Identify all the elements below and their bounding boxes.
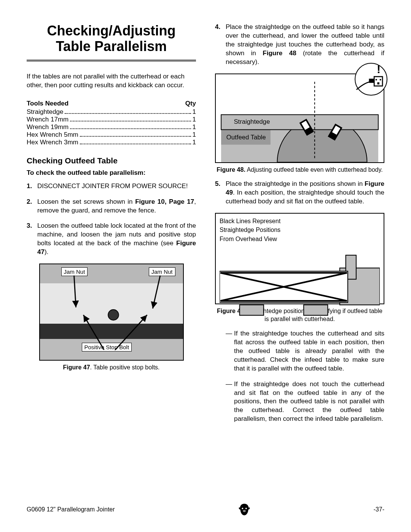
svg-point-16: [380, 79, 381, 80]
dash-item-1: — If the straightedge touches the cutter…: [226, 329, 384, 373]
title-rule: [27, 60, 196, 62]
tools-needed-list: Tools Needed Qty Straightedge1 Wrench 17…: [27, 100, 196, 146]
figure-48: Straightedge Outfeed Table !: [215, 73, 384, 163]
dash-item-2: — If the straightedge does not touch the…: [226, 380, 384, 424]
page-footer: G0609 12" Parallelogram Jointer -37-: [27, 502, 384, 517]
svg-point-29: [245, 508, 247, 509]
dash-list: — If the straightedge touches the cutter…: [226, 329, 384, 423]
svg-line-1: [153, 276, 160, 309]
page-title: Checking/AdjustingTable Parallelism: [27, 23, 196, 54]
tool-row: Hex Wrench 3mm1: [27, 139, 196, 146]
step-3: 3. Loosen the outfeed table lock located…: [27, 222, 196, 257]
figure-49-note-1: Black Lines Represent: [220, 217, 380, 225]
footer-right: -37-: [374, 506, 384, 513]
figure-47: Jam Nut Jam Nut Positive Stop Bolt: [39, 264, 184, 361]
step-2: 2. Loosen the set screws shown in Figure…: [27, 198, 196, 215]
tool-row: Straightedge1: [27, 108, 196, 116]
figure-49-diagram: [220, 244, 380, 326]
svg-rect-27: [304, 305, 328, 315]
step-1: 1. DISCONNECT JOINTER FROM POWER SOURCE!: [27, 182, 196, 191]
svg-rect-14: [374, 77, 382, 86]
svg-rect-17: [377, 82, 379, 84]
svg-rect-18: [369, 78, 374, 83]
figure-49-note-3: From Overhead View: [220, 235, 380, 243]
intro-paragraph: If the tables are not parallel with the …: [27, 72, 196, 90]
section-subhead: To check the outfeed table parallelism:: [27, 169, 196, 177]
step-4: 4. Place the straightedge on the outfeed…: [215, 23, 384, 67]
svg-rect-26: [240, 305, 264, 315]
brand-logo-icon: [237, 502, 252, 517]
footer-left: G0609 12" Parallelogram Jointer: [27, 506, 115, 513]
figure-49: Black Lines Represent Straightedge Posit…: [215, 213, 384, 304]
figure-48-caption: Figure 48. Adjusting outfeed table even …: [215, 166, 384, 174]
figure-47-caption: Figure 47. Table positive stop bolts.: [27, 364, 196, 372]
tools-header-name: Tools Needed: [27, 100, 68, 107]
tool-row: Hex Wrench 5mm1: [27, 131, 196, 139]
svg-point-30: [243, 510, 246, 512]
step-5: 5. Place the straightedge in the positio…: [215, 180, 384, 206]
svg-line-3: [115, 315, 147, 350]
svg-point-15: [376, 79, 377, 80]
section-heading: Checking Outfeed Table: [27, 156, 196, 165]
steps-list-right-2: 5. Place the straightedge in the positio…: [215, 180, 384, 206]
label-straightedge: Straightedge: [234, 118, 270, 125]
svg-text:!: !: [377, 64, 381, 75]
left-column: Checking/AdjustingTable Parallelism If t…: [27, 23, 196, 430]
svg-line-2: [83, 315, 104, 350]
label-outfeed-table: Outfeed Table: [226, 134, 266, 141]
tool-row: Wrench 19mm1: [27, 123, 196, 131]
figure-49-note-2: Straightedge Positions: [220, 226, 380, 233]
tool-row: Wrench 17mm1: [27, 116, 196, 123]
unplug-warning-icon: !: [355, 63, 387, 96]
svg-point-28: [242, 508, 243, 509]
right-column: 4. Place the straightedge on the outfeed…: [215, 23, 384, 430]
callout-arrows-icon: [40, 264, 183, 360]
svg-point-4: [108, 310, 119, 320]
steps-list-left: 1. DISCONNECT JOINTER FROM POWER SOURCE!…: [27, 182, 196, 257]
tools-header-qty: Qty: [185, 100, 196, 107]
svg-line-0: [74, 276, 76, 308]
steps-list-right-1: 4. Place the straightedge on the outfeed…: [215, 23, 384, 67]
